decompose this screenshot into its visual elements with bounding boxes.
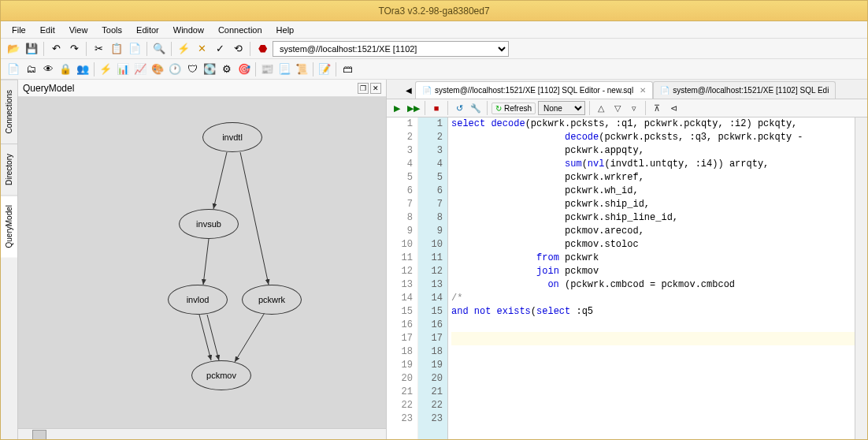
save-icon[interactable]: 💾 xyxy=(24,41,39,57)
toolbar-separator xyxy=(86,42,87,56)
panel-close-icon[interactable]: ✕ xyxy=(370,83,381,94)
menu-tools[interactable]: Tools xyxy=(95,24,128,36)
schema-browser-icon[interactable]: 🗂 xyxy=(23,62,39,77)
close-icon[interactable]: ✕ xyxy=(640,86,646,95)
unit-icon[interactable]: 🗃 xyxy=(339,62,355,77)
worksheet-icon[interactable]: 👁 xyxy=(40,62,56,77)
editor-tab-bar: ◀ 📄system@//localhost:1521/XE [1102] SQL… xyxy=(387,80,867,99)
menu-edit[interactable]: Edit xyxy=(34,24,61,36)
vertical-scrollbar[interactable] xyxy=(855,117,867,440)
sql-editor-icon[interactable]: 📄 xyxy=(6,62,21,77)
tools-toolbar: 📄 🗂 👁 🔒 👥 ⚡ 📊 📈 🎨 🕐 🛡 💽 ⚙ 🎯 📰 📃 📜 📝 🗃 xyxy=(1,59,867,80)
code-editor[interactable]: 1234567891011121314151617181920212223 12… xyxy=(387,117,867,440)
node-invdtl[interactable]: invdtl xyxy=(202,122,262,152)
toolbar-separator xyxy=(425,101,425,115)
redo-icon[interactable]: ↷ xyxy=(66,41,82,57)
security-icon[interactable]: 🛡 xyxy=(184,62,200,77)
extract-icon[interactable]: 📜 xyxy=(294,62,310,77)
cut-icon[interactable]: ✂ xyxy=(91,41,106,57)
toolbar-separator xyxy=(255,62,256,76)
gear-icon[interactable]: ⚙ xyxy=(219,62,235,77)
file-icon: 📄 xyxy=(660,86,670,95)
reread-icon[interactable]: ↺ xyxy=(452,101,466,115)
tab-sql-editor-1[interactable]: 📄system@//localhost:1521/XE [1102] SQL E… xyxy=(415,81,653,99)
toolbar-separator xyxy=(171,42,172,56)
clock-icon[interactable]: 🕐 xyxy=(167,62,183,77)
sidetab-connections[interactable]: Connections xyxy=(1,80,17,144)
scrollbar-thumb[interactable] xyxy=(32,430,46,440)
toolbar-separator xyxy=(336,62,336,76)
storage-icon[interactable]: 💽 xyxy=(202,62,217,77)
query-diagram[interactable]: invdtl invsub invlod pckwrk pckmov xyxy=(18,97,386,428)
session-icon[interactable]: 👥 xyxy=(75,62,91,77)
menu-file[interactable]: File xyxy=(6,24,32,36)
run-icon[interactable]: ▶ xyxy=(390,101,404,115)
menu-editor[interactable]: Editor xyxy=(130,24,165,36)
disconnect-icon[interactable]: ✕ xyxy=(194,41,210,57)
toolbar-separator xyxy=(94,62,95,76)
open-icon[interactable]: 📂 xyxy=(6,41,21,57)
paste-icon[interactable]: 📄 xyxy=(127,41,143,57)
target-icon[interactable]: 🎯 xyxy=(236,62,252,77)
stop-icon[interactable]: ⬣ xyxy=(254,41,270,57)
node-invlod[interactable]: invlod xyxy=(168,285,228,315)
tab-sql-editor-2[interactable]: 📄system@//localhost:1521/XE [1102] SQL E… xyxy=(653,81,836,99)
first-icon[interactable]: ⊼ xyxy=(650,101,664,115)
copy-icon[interactable]: 📋 xyxy=(109,41,124,57)
editor-toolbar: ▶ ▶▶ ■ ↺ 🔧 ↻Refresh None △ ▽ ▿ ⊼ ⊲ xyxy=(387,99,867,117)
stats-icon[interactable]: 📈 xyxy=(132,62,148,77)
menu-help[interactable]: Help xyxy=(270,24,301,36)
editor-panel: ◀ 📄system@//localhost:1521/XE [1102] SQL… xyxy=(387,80,867,440)
menu-connection[interactable]: Connection xyxy=(212,24,269,36)
title-bar: TOra3 v3.2-98-ga8380ed7 xyxy=(1,1,867,21)
last-icon[interactable]: ⊲ xyxy=(666,101,681,115)
sidetab-querymodel[interactable]: QueryModel xyxy=(1,195,17,257)
toolbar-separator xyxy=(645,101,646,115)
toolbar-separator xyxy=(447,101,448,115)
execute-icon[interactable]: ⚡ xyxy=(98,62,113,77)
toolbar-separator xyxy=(313,62,313,76)
panel-float-icon[interactable]: ❐ xyxy=(358,83,369,94)
node-invsub[interactable]: invsub xyxy=(179,209,239,239)
invalid-icon[interactable]: 📃 xyxy=(276,62,292,77)
tab-prev-icon[interactable]: ◀ xyxy=(402,81,415,99)
search-icon[interactable]: 🔍 xyxy=(151,41,167,57)
toolbar-separator xyxy=(589,101,590,115)
describe-icon[interactable]: 🔧 xyxy=(469,101,483,115)
bookmark-icon[interactable]: ▿ xyxy=(627,101,641,115)
menu-window[interactable]: Window xyxy=(167,24,210,36)
lock-icon[interactable]: 🔒 xyxy=(57,62,73,77)
toolbar-separator xyxy=(147,42,147,56)
run-step-icon[interactable]: ▶▶ xyxy=(406,101,421,115)
chart-icon[interactable]: 📊 xyxy=(115,62,131,77)
line-gutter-1: 1234567891011121314151617181920212223 xyxy=(387,117,418,440)
code-area[interactable]: select decode(pckwrk.pcksts, :q1, pckwrk… xyxy=(448,117,855,440)
horizontal-scrollbar[interactable] xyxy=(18,428,386,440)
svg-line-2 xyxy=(203,239,209,285)
case-icon[interactable]: △ xyxy=(594,101,608,115)
svg-line-5 xyxy=(235,311,265,362)
node-pckmov[interactable]: pckmov xyxy=(191,360,251,390)
refresh-interval-combo[interactable]: None xyxy=(538,101,585,115)
connect-icon[interactable]: ⚡ xyxy=(176,41,191,57)
tuning-icon[interactable]: 🎨 xyxy=(150,62,165,77)
panel-header: QueryModel ❐ ✕ xyxy=(18,80,386,97)
main-toolbar: 📂 💾 ↶ ↷ ✂ 📋 📄 🔍 ⚡ ✕ ✓ ⟲ ⬣ system@//local… xyxy=(1,39,867,59)
connection-combo[interactable]: system@//localhost:1521/XE [1102] xyxy=(273,41,509,57)
menu-view[interactable]: View xyxy=(63,24,95,36)
svg-line-0 xyxy=(213,152,227,209)
rollback-icon[interactable]: ⟲ xyxy=(230,41,246,57)
file-icon: 📄 xyxy=(422,86,432,95)
stop-icon[interactable]: ■ xyxy=(429,101,443,115)
commit-icon[interactable]: ✓ xyxy=(212,41,228,57)
toolbar-separator xyxy=(487,101,488,115)
refresh-button[interactable]: ↻Refresh xyxy=(491,103,536,114)
output-icon[interactable]: 📰 xyxy=(259,62,275,77)
script-icon[interactable]: 📝 xyxy=(317,62,332,77)
prev-icon[interactable]: ▽ xyxy=(610,101,625,115)
workspace: Connections Directory QueryModel QueryMo… xyxy=(1,80,867,440)
sidetab-directory[interactable]: Directory xyxy=(1,144,17,195)
toolbar-separator xyxy=(43,42,44,56)
undo-icon[interactable]: ↶ xyxy=(48,41,64,57)
node-pckwrk[interactable]: pckwrk xyxy=(242,285,302,315)
